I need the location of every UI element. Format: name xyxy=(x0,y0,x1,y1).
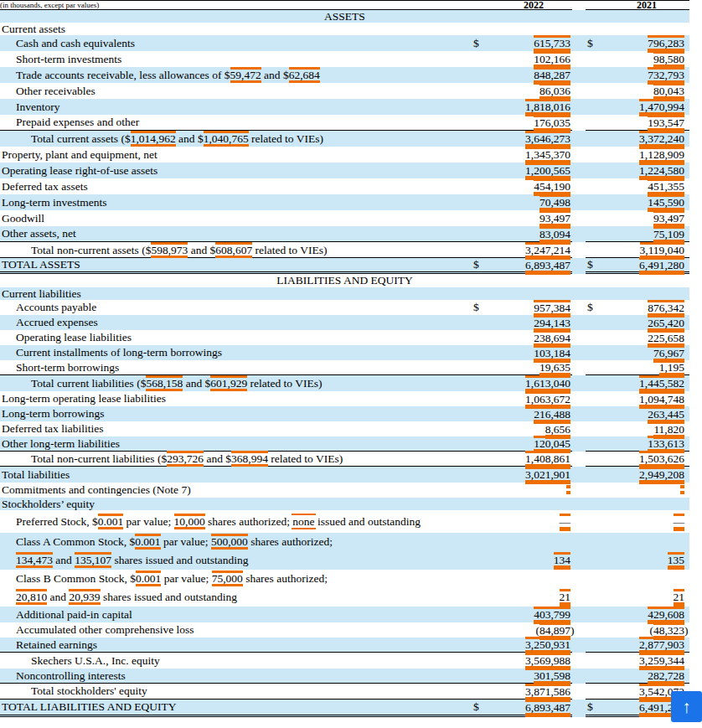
value-cell-2021: 145,590 xyxy=(609,194,689,210)
row-left: Accrued expenses294,143 xyxy=(0,315,572,330)
row-left: Preferred Stock, $0.001 par value; 10,00… xyxy=(0,510,572,533)
value-cell-2021: 11,820 xyxy=(609,421,689,437)
annotated-fact: 62,684 xyxy=(289,67,320,83)
annotated-value: 957,384 xyxy=(534,300,570,316)
table-row: Accrued expenses294,143265,420 xyxy=(0,315,689,330)
row-left: Prepaid expenses and other176,035 xyxy=(0,115,572,131)
annotation-dot xyxy=(566,485,570,488)
column-gap xyxy=(572,391,586,406)
row-right: 193,547 xyxy=(586,115,689,131)
column-gap xyxy=(572,483,586,498)
annotated-value: 796,283 xyxy=(648,35,684,51)
row-label: Class B Common Stock, $0.001 par value; … xyxy=(0,571,472,586)
row-right: $796,283 xyxy=(586,35,689,51)
table-row: Operating lease right-of-use assets1,200… xyxy=(0,163,689,178)
column-gap xyxy=(572,131,586,147)
row-left: Short-term investments102,166 xyxy=(0,51,572,67)
table-row: Preferred Stock, $0.001 par value; 10,00… xyxy=(0,510,689,533)
column-gap xyxy=(572,436,586,452)
row-left: Current assets xyxy=(0,23,572,35)
column-gap xyxy=(572,653,586,669)
annotated-value: 145,590 xyxy=(648,194,684,210)
value-cell-2022: 1,063,672 xyxy=(495,391,572,407)
annotated-value: 102,166 xyxy=(534,51,570,67)
row-label: Total current assets ($1,014,962 and $1,… xyxy=(0,131,472,147)
column-gap xyxy=(572,607,586,622)
row-left: Inventory1,818,016 xyxy=(0,99,572,115)
row-left: Property, plant and equipment, net1,345,… xyxy=(0,147,572,163)
annotated-value: 75,109 xyxy=(653,226,684,242)
column-gap xyxy=(572,550,586,570)
column-gap xyxy=(572,300,586,315)
annotated-value: 93,497 xyxy=(539,210,570,226)
scroll-to-top-button[interactable]: ↑ xyxy=(671,691,702,722)
value-cell-2022: 3,569,988 xyxy=(495,653,572,669)
row-label: Property, plant and equipment, net xyxy=(0,148,472,162)
row-right: 225,658 xyxy=(586,330,689,345)
annotated-fact: 608,607 xyxy=(215,242,252,258)
annotated-value: 120,045 xyxy=(534,436,570,452)
value-cell-2021: 1,128,909 xyxy=(609,147,689,163)
annotated-value: 3,247,214 xyxy=(525,242,570,258)
table-row: Total non-current assets ($598,973 and $… xyxy=(0,242,689,258)
annotated-value: 1,195 xyxy=(659,359,684,375)
annotated-value: 451,355 xyxy=(648,178,684,194)
value-cell-2022: 615,733 xyxy=(495,35,572,51)
column-gap xyxy=(572,638,586,653)
row-right: 2,949,208 xyxy=(586,467,689,483)
table-row: Other long-term liabilities120,045133,61… xyxy=(0,436,689,452)
row-label: Short-term borrowings xyxy=(0,361,472,374)
table-row: LIABILITIES AND EQUITY xyxy=(0,274,689,287)
column-gap xyxy=(572,51,586,67)
annotated-value: 3,569,988 xyxy=(525,653,570,669)
table-row: Current installments of long-term borrow… xyxy=(0,345,689,360)
annotated-value: 238,694 xyxy=(534,330,570,346)
value-cell-2022: 1,200,565 xyxy=(495,163,572,178)
value-cell-2022: 454,190 xyxy=(495,178,572,194)
value-cell-2021: 732,793 xyxy=(609,67,689,83)
table-row: Noncontrolling interests301,598282,728 xyxy=(0,669,689,684)
annotated-fact: 135,107 xyxy=(75,552,111,568)
row-label: Cash and cash equivalents xyxy=(0,37,472,50)
table-row: Accounts payable$957,384$876,342 xyxy=(0,300,689,315)
annotated-value: 3,021,901 xyxy=(525,467,570,483)
currency-cell: $ xyxy=(472,37,495,50)
column-gap xyxy=(572,669,586,684)
row-right: 98,580 xyxy=(586,51,689,67)
row-label: Current installments of long-term borrow… xyxy=(0,346,472,359)
row-label: Total non-current assets ($598,973 and $… xyxy=(0,242,472,258)
annotated-fact: 20,810 xyxy=(16,589,47,605)
row-right: 1,470,994 xyxy=(586,99,689,115)
value-cell-2022: 120,045 xyxy=(495,436,572,452)
column-gap xyxy=(572,533,586,550)
row-label: Other long-term liabilities xyxy=(0,437,472,451)
row-label: Inventory xyxy=(0,101,472,114)
value-cell-2022: 176,035 xyxy=(495,115,572,131)
value-cell-2021: 98,580 xyxy=(609,51,689,67)
row-left: Deferred tax liabilities8,656 xyxy=(0,421,572,436)
row-label: Goodwill xyxy=(0,212,472,225)
row-right: 3,372,240 xyxy=(586,131,689,147)
value-cell-2022: 6,893,487 xyxy=(495,257,572,273)
row-label: Long-term operating lease liabilities xyxy=(0,392,472,405)
table-row: Total non-current liabilities ($293,726 … xyxy=(0,452,689,467)
row-right: 3,119,040 xyxy=(586,242,689,258)
row-label: Stockholders’ equity xyxy=(0,498,472,511)
value-cell-2021: 1,503,626 xyxy=(609,451,689,467)
value-cell-2021: 1,195 xyxy=(609,359,689,375)
row-right: 135 xyxy=(586,550,689,570)
row-right: — xyxy=(586,510,689,533)
row-left: Goodwill93,497 xyxy=(0,210,572,226)
row-right: 1,128,909 xyxy=(586,147,689,163)
value-cell-2022: 3,021,901 xyxy=(495,467,572,483)
value-cell-2021: 1,224,580 xyxy=(609,163,689,178)
value-cell-2022: 3,646,273 xyxy=(495,131,572,147)
row-right xyxy=(586,533,689,550)
row-right xyxy=(586,483,689,498)
column-gap xyxy=(572,258,586,274)
value-cell-2022: 93,497 xyxy=(495,210,572,226)
balance-sheet-table: (in thousands, except par values)2022202… xyxy=(0,0,689,717)
row-label: TOTAL ASSETS xyxy=(0,258,472,271)
column-gap xyxy=(572,375,586,391)
row-right: 76,967 xyxy=(586,345,689,360)
